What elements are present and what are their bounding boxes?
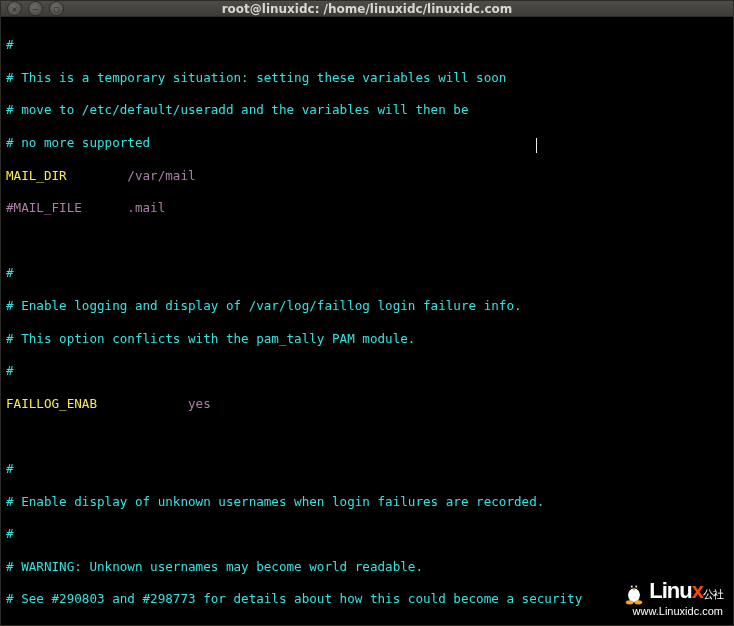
comment-hash: #: [6, 363, 14, 378]
comment-hash: #: [6, 37, 14, 52]
minimize-button[interactable]: –: [28, 1, 43, 16]
svg-point-5: [632, 586, 633, 587]
maildir-key: MAIL_DIR: [6, 168, 67, 183]
svg-point-4: [635, 585, 637, 587]
comment-faillog2: # This option conflicts with the pam_tal…: [6, 331, 415, 346]
maildir-value: /var/mail: [127, 168, 195, 183]
terminal-window: ✕ – ▢ root@linuxidc: /home/linuxidc/linu…: [0, 0, 734, 626]
faillog-key: FAILLOG_ENAB: [6, 396, 97, 411]
comment-hash: #: [6, 265, 14, 280]
maximize-button[interactable]: ▢: [49, 1, 64, 16]
window-title: root@linuxidc: /home/linuxidc/linuxidc.c…: [1, 2, 733, 16]
text-cursor: [536, 138, 537, 153]
comment-hash: #: [6, 526, 14, 541]
window-controls: ✕ – ▢: [7, 1, 64, 16]
comment-unk2: # WARNING: Unknown usernames may become …: [6, 559, 423, 574]
svg-point-3: [631, 585, 633, 587]
comment-tempsit2: # move to /etc/default/useradd and the v…: [6, 102, 469, 117]
comment-faillog1: # Enable logging and display of /var/log…: [6, 298, 522, 313]
comment-tempsit3: # no more supported: [6, 135, 150, 150]
comment-unk3: # See #290803 and #298773 for details ab…: [6, 591, 582, 606]
mailfile-key: #MAIL_FILE: [6, 200, 82, 215]
comment-unk4: # concern: [6, 624, 74, 625]
titlebar: ✕ – ▢ root@linuxidc: /home/linuxidc/linu…: [1, 1, 733, 17]
terminal-content[interactable]: # # This is a temporary situation: setti…: [1, 17, 733, 625]
comment-tempsit1: # This is a temporary situation: setting…: [6, 70, 506, 85]
comment-unk1: # Enable display of unknown usernames wh…: [6, 494, 544, 509]
mailfile-value: .mail: [127, 200, 165, 215]
faillog-value: yes: [188, 396, 211, 411]
comment-hash: #: [6, 461, 14, 476]
svg-point-6: [636, 586, 637, 587]
close-button[interactable]: ✕: [7, 1, 22, 16]
